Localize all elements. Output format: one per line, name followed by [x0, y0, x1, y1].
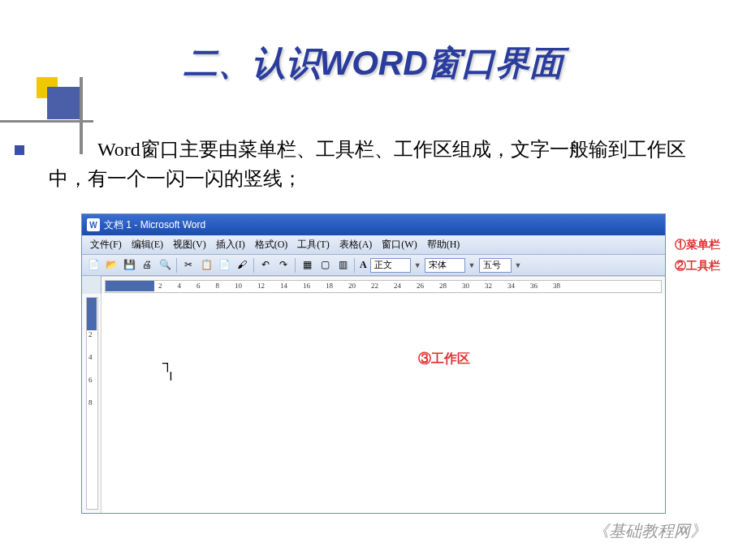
chevron-down-icon[interactable]: ▼ [513, 261, 524, 269]
slide-footer: 《基础教程网》 [593, 520, 706, 542]
border-icon[interactable]: ▢ [317, 257, 333, 274]
word-window-screenshot: ①菜单栏 ②工具栏 W 文档 1 - Microsoft Word 文件(F) … [81, 213, 666, 514]
word-title-text: 文档 1 - Microsoft Word [104, 218, 205, 232]
print-icon[interactable]: 🖨 [139, 257, 155, 274]
copy-icon[interactable]: 📋 [198, 257, 214, 274]
menu-window[interactable]: 窗口(W) [377, 236, 421, 253]
menu-tools[interactable]: 工具(T) [292, 236, 334, 253]
open-icon[interactable]: 📂 [103, 257, 119, 274]
word-app-icon: W [87, 218, 100, 231]
format-painter-icon[interactable]: 🖌 [234, 257, 250, 274]
table-icon[interactable]: ▦ [299, 257, 315, 274]
save-icon[interactable]: 💾 [121, 257, 137, 274]
annotation-workarea: ③工作区 [418, 351, 470, 368]
menu-edit[interactable]: 编辑(E) [127, 236, 168, 253]
annotation-menubar: ①菜单栏 [675, 238, 720, 252]
slide-title: 二、认识WORD窗口界面 [0, 41, 747, 86]
cut-icon[interactable]: ✂ [180, 257, 196, 274]
size-selector[interactable]: 五号 [479, 258, 512, 273]
menu-table[interactable]: 表格(A) [335, 236, 378, 253]
redo-icon[interactable]: ↷ [275, 257, 291, 274]
menu-file[interactable]: 文件(F) [85, 236, 127, 253]
ruler-v-numbers: 2468 [89, 330, 93, 407]
menu-view[interactable]: 视图(V) [168, 236, 211, 253]
body-text: Word窗口主要由菜单栏、工具栏、工作区组成，文字一般输到工作区中，有一个一闪一… [41, 135, 706, 193]
ruler-horizontal[interactable]: 2468101214161820222426283032343638 [101, 276, 665, 294]
text-cursor-icon: ┐ ╵ [162, 355, 175, 390]
separator [295, 258, 296, 273]
preview-icon[interactable]: 🔍 [157, 257, 173, 274]
bullet-icon [15, 145, 24, 155]
paste-icon[interactable]: 📄 [216, 257, 232, 274]
document-area[interactable]: ┐ ╵ ③工作区 [101, 294, 665, 513]
word-menubar: 文件(F) 编辑(E) 视图(V) 插入(I) 格式(O) 工具(T) 表格(A… [82, 235, 665, 255]
word-toolbar: 📄 📂 💾 🖨 🔍 ✂ 📋 📄 🖌 ↶ ↷ ▦ ▢ ▥ A 正文 [82, 255, 665, 276]
style-selector[interactable]: 正文 [370, 258, 411, 273]
annotation-toolbar: ②工具栏 [675, 259, 720, 274]
menu-format[interactable]: 格式(O) [250, 236, 293, 253]
separator [253, 258, 254, 273]
work-area: 2468 ┐ ╵ ③工作区 [82, 294, 665, 513]
chevron-down-icon[interactable]: ▼ [467, 261, 477, 269]
menu-insert[interactable]: 插入(I) [211, 236, 250, 253]
body-area: Word窗口主要由菜单栏、工具栏、工作区组成，文字一般输到工作区中，有一个一闪一… [0, 102, 747, 514]
ruler-corner [82, 276, 101, 294]
menu-help[interactable]: 帮助(H) [422, 236, 465, 253]
ruler-v-margin-indicator [87, 298, 97, 330]
chevron-down-icon[interactable]: ▼ [412, 261, 423, 269]
columns-icon[interactable]: ▥ [335, 257, 351, 274]
font-selector[interactable]: 宋体 [425, 258, 465, 273]
slide: 二、认识WORD窗口界面 Word窗口主要由菜单栏、工具栏、工作区组成，文字一般… [0, 0, 747, 560]
new-doc-icon[interactable]: 📄 [85, 257, 101, 274]
undo-icon[interactable]: ↶ [257, 257, 274, 274]
ruler-horizontal-area: 2468101214161820222426283032343638 [82, 276, 665, 294]
word-titlebar: W 文档 1 - Microsoft Word [82, 214, 665, 235]
ruler-h-numbers: 2468101214161820222426283032343638 [158, 282, 560, 290]
ruler-margin-indicator [106, 281, 154, 291]
separator [354, 258, 355, 273]
title-area: 二、认识WORD窗口界面 [0, 0, 747, 102]
style-prefix-label: A [358, 259, 369, 271]
ruler-vertical[interactable]: 2468 [82, 294, 101, 513]
separator [176, 258, 177, 273]
